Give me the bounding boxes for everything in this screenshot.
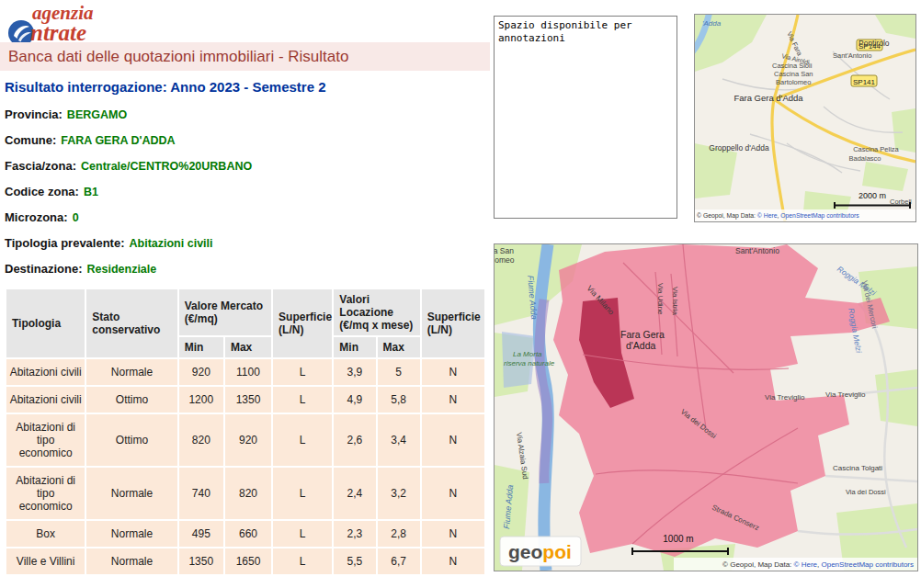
cell-tipologia: Abitazioni civili (6, 387, 85, 413)
field-tipologia-prevalente: Tipologia prevalente:Abitazioni civili (5, 236, 490, 251)
map-label-cascina-san: Cascina San (774, 70, 813, 78)
cell-vm-min: 820 (179, 414, 223, 466)
cell-vm-min: 1200 (179, 387, 223, 413)
cell-tipologia: Box (6, 521, 85, 547)
cell-vl-min: 5,5 (334, 548, 375, 574)
road-badge-sp141: SP141 (851, 75, 877, 86)
attribution-text: © Geopoi, Map Data: (722, 560, 794, 569)
col-header-max: Max (378, 337, 420, 357)
result-panel: Risultato interrogazione: Anno 2023 - Se… (5, 79, 490, 576)
map-label-fara-san-1: Fara San (495, 246, 514, 255)
cell-vm-min: 495 (179, 521, 223, 547)
osm-link[interactable]: OpenStreetMap contributors (822, 560, 915, 569)
cell-vm-min: 920 (179, 359, 223, 385)
cell-superficie-locazione: N (422, 359, 484, 385)
zone-map[interactable]: Fara San Bartolomeo Sant'Antonio Roggia … (494, 243, 918, 571)
cell-superficie-mercato: L (273, 359, 332, 385)
cell-vl-max: 3,4 (378, 414, 420, 466)
map-label-via-udine: Via Udine (656, 283, 665, 315)
cell-superficie-mercato: L (273, 468, 332, 519)
map-label-la-morta-2: riserva naturale (504, 359, 555, 368)
cell-vl-min: 2,3 (334, 521, 375, 547)
map-label-cascina-peliza: Cascina Peliza (853, 145, 899, 153)
map-label-via-istria: Via Istria (671, 287, 679, 316)
field-provincia: Provincia:BERGAMO (5, 107, 490, 122)
field-value: Abitazioni civili (130, 237, 213, 250)
col-header-min: Min (179, 337, 223, 357)
cell-tipologia: Abitazioni di tipo economico (6, 468, 85, 519)
cell-stato: Normale (86, 359, 176, 385)
cell-tipologia: Ville e Villini (6, 548, 85, 574)
cell-vl-min: 3,9 (334, 359, 375, 385)
map-label-cascina-tolgati: Cascina Tolgati (833, 464, 882, 472)
map-label-fara-gera-dadda: Fara Gera d'Adda (733, 93, 803, 103)
cell-superficie-mercato: L (273, 521, 332, 547)
cell-superficie-locazione: N (422, 521, 484, 547)
page-title: Banca dati delle quotazioni immobiliari … (0, 42, 490, 71)
map-label-la-morta-1: La Morta (513, 350, 542, 358)
field-codice-zona: Codice zona:B1 (5, 185, 490, 199)
annotations-textarea[interactable]: Spazio disponibile per annotazioni (494, 16, 677, 219)
geopoi-logo-poi: poi (542, 541, 572, 562)
map-label-fara-san-2: Bartolomeo (495, 255, 515, 265)
field-label: Codice zona: (5, 185, 79, 198)
agenzia-entrate-logo[interactable]: agenzia ntrate (7, 4, 94, 47)
field-label: Tipologia prevalente: (5, 236, 125, 250)
map-label-adda: 'Adda (702, 19, 722, 28)
table-row: Abitazioni civili Ottimo 1200 1350 L 4,9… (6, 387, 484, 413)
svg-text:SP141: SP141 (853, 78, 876, 86)
osm-link[interactable]: OpenStreetMap contributors (780, 212, 859, 220)
field-comune: Comune:FARA GERA D'ADDA (5, 133, 490, 148)
map-label-via-treviglio-2: Via Treviglio (825, 390, 866, 399)
cell-tipologia: Abitazioni di tipo economico (6, 414, 85, 466)
svg-text:1000 m: 1000 m (663, 534, 693, 544)
field-value: FARA GERA D'ADDA (61, 134, 175, 147)
cell-superficie-locazione: N (422, 414, 484, 466)
overview-map[interactable]: SP144 SP141 'Adda Via Fara Pontirolo Via… (694, 14, 916, 222)
here-link[interactable]: © Here (757, 212, 778, 219)
map-label-sant-antonio: Sant'Antonio (735, 246, 779, 255)
field-value: 0 (73, 211, 79, 224)
cell-vm-max: 660 (225, 521, 271, 547)
result-heading: Risultato interrogazione: Anno 2023 - Se… (5, 79, 490, 95)
cell-vm-max: 1350 (225, 387, 271, 413)
svg-text:2000 m: 2000 m (858, 191, 886, 200)
field-label: Destinazione: (5, 262, 83, 276)
cell-vl-min: 2,4 (334, 468, 375, 519)
here-link[interactable]: © Here (794, 560, 818, 569)
map-label-fara-gera-1: Fara Gera (620, 329, 665, 340)
cell-tipologia: Abitazioni civili (6, 359, 85, 385)
map-label-via-dei-dossi-2: Via dei Dossi (846, 488, 886, 496)
table-header-row: Tipologia Stato conservativo Valore Merc… (6, 289, 484, 335)
map-label-bartolomeo: Bartolomeo (776, 78, 811, 86)
cell-vm-max: 920 (225, 414, 271, 466)
table-row: Abitazioni di tipo economico Ottimo 820 … (6, 414, 484, 466)
cell-vm-max: 1100 (225, 359, 271, 385)
cell-vl-max: 6,7 (378, 548, 420, 574)
table-row: Abitazioni civili Normale 920 1100 L 3,9… (6, 359, 484, 385)
cell-vl-max: 3,2 (378, 468, 420, 519)
cell-stato: Normale (86, 468, 176, 519)
cell-stato: Normale (86, 548, 176, 574)
field-value: B1 (84, 186, 98, 198)
cell-superficie-locazione: N (422, 387, 484, 413)
map-attribution: © Geopoi, Map Data: © Here, OpenStreetMa… (695, 209, 915, 221)
cell-vl-min: 4,9 (334, 387, 375, 413)
map-label-groppello-dadda: Groppello d'Adda (709, 143, 769, 153)
field-value: Residenziale (87, 263, 157, 276)
col-header-min: Min (334, 337, 375, 357)
field-label: Microzona: (5, 210, 68, 224)
cell-vl-max: 5 (378, 359, 420, 385)
map-label-fara-gera-2: d'Adda (626, 340, 656, 351)
geopoi-logo-geo: geo (508, 541, 542, 562)
map-attribution: © Geopoi, Map Data: © Here, OpenStreetMa… (674, 558, 917, 571)
field-label: Comune: (5, 133, 56, 147)
svg-text:© Geopoi, Map Data: © Here, Op: © Geopoi, Map Data: © Here, OpenStreetMa… (697, 212, 859, 220)
geopoi-logo[interactable]: geopoi (500, 537, 581, 566)
field-value: Centrale/CENTRO%20URBANO (81, 160, 252, 173)
field-microzona: Microzona:0 (5, 210, 490, 225)
field-label: Fascia/zona: (5, 159, 76, 173)
field-label: Provincia: (5, 107, 63, 121)
col-header-superficie-mercato: Superficie (L/N) (273, 289, 332, 357)
logo-text-agenzia: agenzia (32, 4, 94, 22)
